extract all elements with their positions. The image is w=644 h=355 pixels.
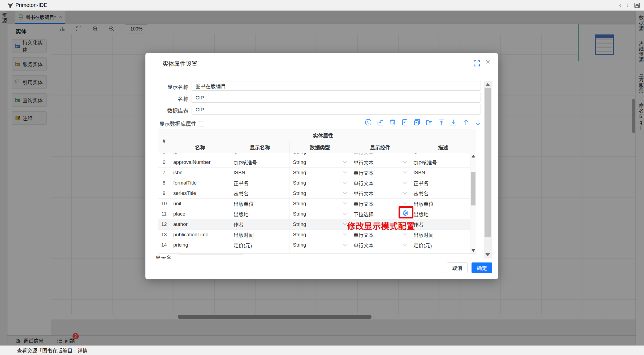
- cell-index: 10: [158, 199, 170, 209]
- cell-control-select[interactable]: 单行文本: [350, 178, 410, 188]
- cell-data-type-select[interactable]: String: [290, 199, 350, 209]
- table-row[interactable]: 10 unit 出版单位 String 单行文本 出版单位: [158, 199, 470, 209]
- cell-name: [170, 250, 230, 253]
- status-text: 查看资源「图书在版编目」详情: [17, 347, 88, 354]
- cell-name: seriesTitle: [170, 188, 230, 199]
- dialog-title: 实体属性设置: [162, 59, 197, 67]
- svg-text:AI: AI: [366, 121, 369, 124]
- dialog-maximize-icon[interactable]: [473, 60, 480, 67]
- move-down-icon[interactable]: [474, 119, 482, 126]
- cell-name: pricing: [170, 240, 230, 250]
- cell-display-name: 出版时间: [230, 230, 290, 240]
- column-header-control: 显示控件: [350, 141, 410, 153]
- chevron-down-icon: [343, 180, 347, 184]
- table-row[interactable]: 8 formalTitle 正书名 String 单行文本 正书名: [158, 178, 470, 188]
- ok-button[interactable]: 确定: [472, 262, 492, 273]
- display-name-input[interactable]: [192, 81, 481, 91]
- table-row[interactable]: 7 isbn ISBN String 单行文本 ISBN: [158, 168, 470, 178]
- table-row[interactable]: [158, 250, 470, 253]
- copy-icon[interactable]: [413, 119, 421, 126]
- cell-data-type-select[interactable]: String: [290, 230, 350, 240]
- cell-display-name: 定价(元): [230, 240, 290, 250]
- clipped-field-input[interactable]: [177, 255, 244, 258]
- cell-name: approvalNumber: [170, 157, 230, 168]
- cell-display-name: CIP核准号: [230, 157, 290, 168]
- name-input[interactable]: [192, 93, 481, 103]
- dialog-close-icon[interactable]: ×: [486, 57, 490, 66]
- folder-add-icon[interactable]: [426, 119, 433, 126]
- dialog-scroll-up-icon[interactable]: [485, 83, 490, 86]
- cell-index: 8: [158, 178, 170, 188]
- display-mode-config-gear-icon[interactable]: [403, 210, 409, 216]
- cell-data-type-select[interactable]: String: [290, 209, 350, 219]
- chevron-down-icon: [343, 160, 347, 163]
- chevron-down-icon: [403, 232, 407, 236]
- cell-control-select[interactable]: [350, 250, 410, 253]
- table-row[interactable]: 11 place 出版地 String 下拉选择 出版地: [158, 209, 470, 219]
- table-row[interactable]: 13 publicationTime 出版时间 String 单行文本 出版时间: [158, 230, 470, 240]
- chevron-down-icon: [343, 232, 347, 236]
- table-row[interactable]: 5 id id String 单行文本 id: [158, 153, 470, 157]
- cell-data-type-select[interactable]: String: [290, 219, 350, 230]
- table-scroll-down-icon[interactable]: [472, 249, 475, 252]
- cell-index: 11: [158, 209, 170, 219]
- cell-data-type-select[interactable]: String: [290, 178, 350, 188]
- table-row[interactable]: 6 approvalNumber CIP核准号 String 单行文本 CIP核…: [158, 157, 470, 168]
- document-icon[interactable]: [401, 119, 408, 126]
- cell-data-type-select[interactable]: [290, 250, 350, 253]
- dialog-scroll-thumb[interactable]: [485, 88, 491, 237]
- db-table-input[interactable]: [192, 105, 481, 115]
- chevron-down-icon: [343, 222, 347, 225]
- cell-display-name: [230, 250, 290, 253]
- cell-description: 出版时间: [410, 230, 470, 240]
- save-icon[interactable]: [634, 2, 640, 8]
- column-header-display-name: 显示名称: [230, 141, 290, 153]
- table-header: # 实体属性 名称 显示名称 数据类型 显示控件 描述: [158, 129, 476, 153]
- move-up-icon[interactable]: [462, 119, 469, 126]
- table-scroll-thumb[interactable]: [471, 172, 476, 205]
- app-logo: [7, 2, 14, 9]
- cell-data-type-select[interactable]: String: [290, 157, 350, 168]
- clipped-field-label: 显示名称: [155, 254, 174, 258]
- cell-control-select[interactable]: 单行文本: [350, 240, 410, 250]
- cell-display-name: 作者: [230, 219, 290, 230]
- nav-forward-icon[interactable]: ›: [626, 2, 629, 8]
- table-row[interactable]: 9 seriesTitle 丛书名 String 单行文本 丛书名: [158, 188, 470, 199]
- cell-control-select[interactable]: 单行文本: [350, 153, 410, 157]
- chevron-down-icon: [343, 242, 347, 246]
- table-scroll-up-icon[interactable]: [472, 155, 475, 157]
- cell-name: isbn: [170, 168, 230, 178]
- dialog-scroll-down-icon[interactable]: [485, 253, 490, 256]
- cell-control-select[interactable]: 单行文本: [350, 188, 410, 199]
- table-scrollbar: [470, 153, 476, 253]
- cell-data-type-select[interactable]: String: [290, 188, 350, 199]
- import-add-icon[interactable]: [377, 119, 384, 126]
- cell-control-select[interactable]: 单行文本: [350, 157, 410, 168]
- cell-display-name: ISBN: [230, 168, 290, 178]
- cell-control-select[interactable]: 单行文本: [350, 168, 410, 178]
- cell-display-name: 正书名: [230, 178, 290, 188]
- table-body-viewport: 5 id id String 单行文本 id 6 approvalNumber …: [158, 153, 470, 253]
- chevron-down-icon: [343, 201, 347, 205]
- cell-data-type-select[interactable]: String: [290, 240, 350, 250]
- ai-generate-icon[interactable]: AI: [365, 119, 372, 126]
- move-bottom-icon[interactable]: [450, 119, 457, 126]
- cell-data-type-select[interactable]: String: [290, 168, 350, 178]
- cell-index: 5: [158, 153, 170, 157]
- move-top-icon[interactable]: [438, 119, 445, 126]
- clipped-bottom-field: 显示名称: [155, 254, 394, 258]
- field-label-display-name: 显示名称: [149, 83, 188, 91]
- cancel-button[interactable]: 取消: [447, 262, 468, 273]
- cell-description: 作者: [410, 219, 470, 230]
- attribute-table: # 实体属性 名称 显示名称 数据类型 显示控件 描述 5 id id Stri…: [158, 129, 476, 254]
- cell-name: place: [170, 209, 230, 219]
- cell-description: ISBN: [410, 168, 470, 178]
- cell-data-type-select[interactable]: String: [290, 153, 350, 157]
- chevron-down-icon: [343, 170, 347, 174]
- nav-back-icon[interactable]: ‹: [619, 2, 621, 8]
- cell-description: 正书名: [410, 178, 470, 188]
- delete-icon[interactable]: [389, 119, 396, 126]
- show-db-attrs-checkbox[interactable]: [199, 121, 204, 126]
- table-row[interactable]: 14 pricing 定价(元) String 单行文本 定价(元): [158, 240, 470, 250]
- table-row[interactable]: 12 author 作者 String 作者: [158, 219, 470, 230]
